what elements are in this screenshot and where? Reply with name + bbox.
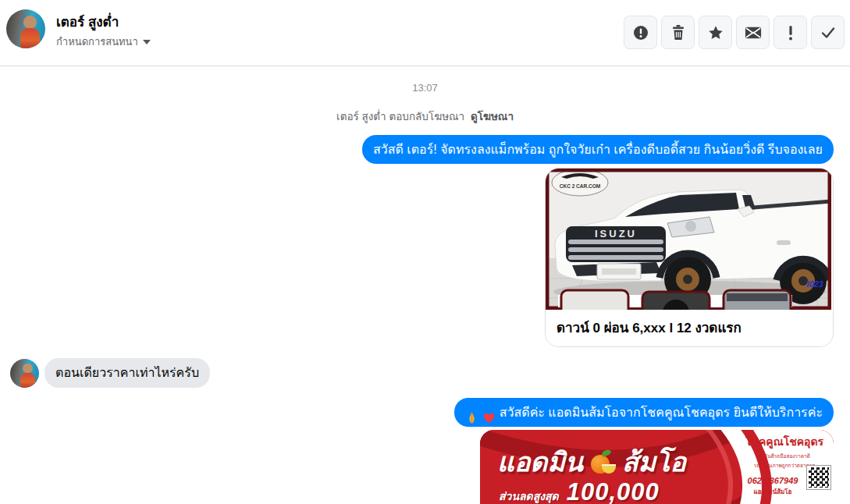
contact-name: เตอร์ สูงต่ำ: [56, 14, 151, 31]
discount-label: ส่วนลดสูงสุด: [499, 488, 559, 504]
dealer-badge-text: CKC 2 CAR.COM: [560, 183, 600, 189]
trash-icon: [670, 24, 686, 41]
car-card-caption: ดาวน์ 0 ผ่อน 6,xxx l 12 งวดแรก: [546, 310, 833, 346]
chat-area: 13:07 เตอร์ สูงต่ำ ตอบกลับโฆษณา ดูโฆษณา …: [0, 66, 850, 504]
car-photo-card[interactable]: ISUZU CKC 2 CAR.COM: [545, 168, 834, 347]
conversation-header: เตอร์ สูงต่ำ กำหนดการสนทนา: [0, 0, 850, 66]
mark-done-button[interactable]: [811, 16, 845, 49]
report-icon: [632, 24, 649, 41]
incoming-message-question[interactable]: ตอนเดียวราคาเท่าไหร่ครับ: [44, 358, 210, 388]
caret-down-icon: [143, 40, 151, 44]
status-text: เตอร์ สูงต่ำ ตอบกลับโฆษณา: [336, 111, 464, 122]
banner-title-left: แอดมิน: [497, 441, 583, 483]
admin-intro-text: สวัสดีค่ะ แอดมินส้มโอจากโชคคูณโชคอุดร ยิ…: [500, 398, 823, 427]
star-icon: [707, 24, 724, 41]
mark-unread-icon: [745, 26, 762, 40]
banner-title: แอดมิน ส้มโอ: [497, 441, 686, 483]
dealer-badge: CKC 2 CAR.COM: [552, 169, 608, 196]
conversation-window: เตอร์ สูงต่ำ กำหนดการสนทนา: [0, 0, 850, 504]
priority-button[interactable]: [774, 16, 807, 49]
check-icon: [820, 24, 837, 41]
outgoing-message-admin-intro[interactable]: สวัสดีค่ะ แอดมินส้มโอจากโชคคูณโชคอุดร ยิ…: [454, 398, 834, 427]
star-button[interactable]: [699, 16, 732, 49]
grille-brand-text: ISUZU: [595, 228, 637, 240]
banner-brand-subline-1: การันตีรถมือสองราคาดี: [737, 453, 832, 460]
pomelo-fruit-icon: [589, 450, 616, 474]
exclamation-icon: [788, 24, 794, 41]
folded-hands-emoji: [465, 406, 478, 419]
status-line: เตอร์ สูงต่ำ ตอบกลับโฆษณา ดูโฆษณา: [0, 108, 850, 125]
banner-title-right: ส้มโอ: [622, 441, 686, 483]
qr-code: [807, 466, 830, 489]
banner-brand-name: โชคคูณโชคอุดร: [737, 433, 832, 450]
mark-unread-button[interactable]: [736, 16, 770, 49]
outgoing-message-greeting[interactable]: สวัสดี เตอร์! จัดทรงลงแม็กพร้อม ถูกใจวัย…: [362, 135, 834, 164]
schedule-dropdown-label: กำหนดการสนทนา: [56, 34, 138, 50]
banner-discount: ส่วนลดสูงสุด 100,000: [499, 478, 660, 504]
photo-code: I023: [807, 279, 823, 289]
view-ad-link[interactable]: ดูโฆษณา: [471, 111, 514, 122]
car-photo: ISUZU CKC 2 CAR.COM: [546, 169, 831, 310]
report-button[interactable]: [624, 16, 657, 49]
schedule-dropdown[interactable]: กำหนดการสนทนา: [56, 34, 151, 50]
incoming-avatar[interactable]: [10, 359, 39, 388]
red-heart-emoji: [482, 406, 496, 419]
contact-avatar[interactable]: [6, 9, 45, 48]
discount-value: 100,000: [567, 478, 660, 504]
timestamp: 13:07: [0, 82, 850, 94]
delete-button[interactable]: [661, 16, 695, 49]
promo-banner-image[interactable]: แอดมิน ส้มโอ ส่วนลดสูงสุด 100,000 โชคคูณ…: [480, 430, 834, 504]
conversation-toolbar: [624, 16, 845, 49]
